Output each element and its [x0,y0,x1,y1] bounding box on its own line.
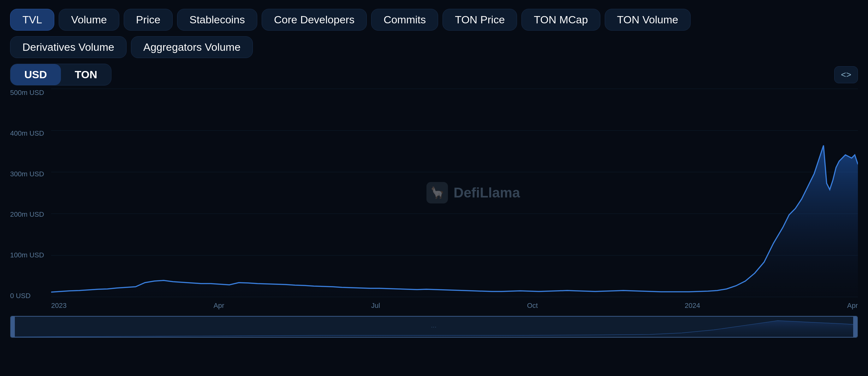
chart-inner: 🦙 DefiLlama [51,89,858,297]
scrollbar-handle-left[interactable] [11,317,15,337]
tab-tvl[interactable]: TVL [10,9,54,31]
chart-area: 500m USD400m USD300m USD200m USD100m USD… [10,89,858,316]
y-label: 400m USD [10,129,51,138]
tab-core-developers[interactable]: Core Developers [262,9,367,31]
tab-commits[interactable]: Commits [371,9,438,31]
chart-svg [51,89,858,297]
x-label: 2024 [685,302,700,310]
tab-price[interactable]: Price [124,9,173,31]
y-label: 0 USD [10,292,51,300]
scrollbar-dots: ··· [431,324,437,329]
currency-group: USDTON [10,64,112,86]
currency-row: USDTON <> [10,64,858,86]
tab-ton-price[interactable]: TON Price [442,9,517,31]
scrollbar-handle-right[interactable] [853,317,857,337]
tab-ton-mcap[interactable]: TON MCap [521,9,600,31]
y-label: 100m USD [10,251,51,259]
tab-aggregators-volume[interactable]: Aggregators Volume [131,36,253,58]
tab-ton-volume[interactable]: TON Volume [605,9,691,31]
tab-row-1: TVLVolumePriceStablecoinsCore Developers… [10,9,858,31]
tab-row-2: Derivatives VolumeAggregators Volume [10,36,858,58]
x-label: 2023 [51,302,67,310]
embed-button[interactable]: <> [834,66,858,83]
scrollbar-thumb[interactable]: ··· [10,316,858,338]
tab-stablecoins[interactable]: Stablecoins [177,9,257,31]
currency-usd[interactable]: USD [10,64,61,85]
x-label: Oct [527,302,538,310]
currency-ton[interactable]: TON [61,64,111,85]
y-label: 200m USD [10,210,51,218]
tab-volume[interactable]: Volume [59,9,119,31]
scrollbar-container[interactable]: ··· [10,316,858,338]
tab-derivatives-volume[interactable]: Derivatives Volume [10,36,127,58]
x-label: Apr [847,302,858,310]
y-axis: 500m USD400m USD300m USD200m USD100m USD… [10,89,51,316]
x-axis: 2023AprJulOct2024Apr [51,298,858,316]
y-label: 500m USD [10,89,51,97]
x-label: Apr [213,302,224,310]
y-label: 300m USD [10,170,51,178]
x-label: Jul [371,302,380,310]
main-container: TVLVolumePriceStablecoinsCore Developers… [0,0,868,316]
